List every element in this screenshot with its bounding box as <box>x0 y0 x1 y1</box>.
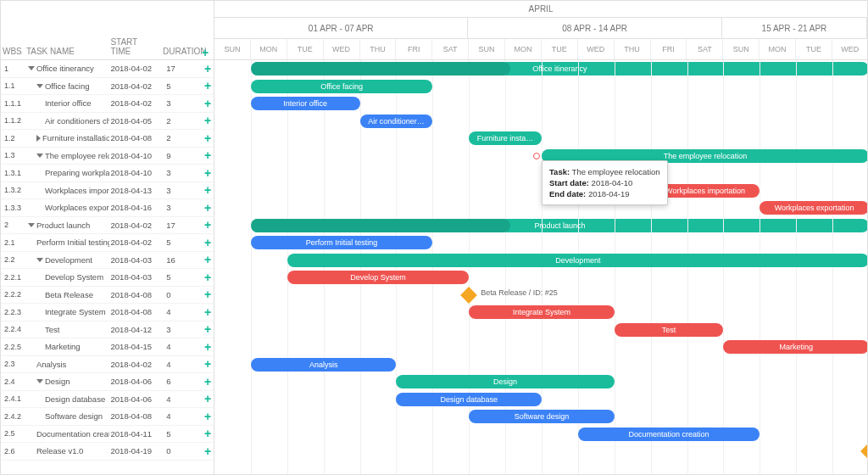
task-name: Release v1.0 <box>36 446 83 455</box>
task-name: Marketing <box>45 342 81 351</box>
add-task-icon[interactable]: + <box>204 166 211 180</box>
table-row[interactable]: 2.2.5Marketing2018-04-154+ <box>1 338 214 356</box>
table-row[interactable]: 2.4.2Software design2018-04-084+ <box>1 408 214 426</box>
gantt-bar[interactable]: Office itinerancy <box>251 62 867 75</box>
timeline[interactable]: Office itinerancyOffice facingInterior o… <box>214 60 867 474</box>
add-task-icon[interactable]: + <box>204 183 211 197</box>
add-task-icon[interactable]: + <box>204 305 211 319</box>
table-row[interactable]: 1.3The employee relocat2018-04-109+ <box>1 148 214 165</box>
table-row[interactable]: 2.2.1Develop System2018-04-035+ <box>1 269 214 287</box>
chevron-right-icon[interactable] <box>36 135 41 142</box>
gantt-bar[interactable]: Software design <box>469 410 615 423</box>
add-task-icon[interactable]: + <box>204 97 211 110</box>
day-header: SUNMONTUEWEDTHUFRISATSUNMONTUEWEDTHUFRIS… <box>214 39 867 60</box>
add-task-icon[interactable]: + <box>204 131 211 145</box>
task-name: Analysis <box>36 360 66 369</box>
gantt-bar[interactable]: Documentation creation <box>578 428 760 441</box>
table-row[interactable]: 2.2Development2018-04-0316+ <box>1 252 214 270</box>
table-row[interactable]: 2.3Analysis2018-04-024+ <box>1 356 214 374</box>
add-task-icon[interactable]: + <box>204 253 211 266</box>
add-task-icon[interactable]: + <box>204 62 211 75</box>
col-wbs: WBS <box>1 43 25 59</box>
table-row[interactable]: 2.5Documentation creat2018-04-115+ <box>1 426 214 444</box>
gantt-bar[interactable]: Interior office <box>251 97 360 110</box>
table-row[interactable]: 2.4.1Design database2018-04-064+ <box>1 391 214 409</box>
table-row[interactable]: 1Office itinerancy2018-04-0217+ <box>1 60 214 78</box>
task-name: Preparing workpla <box>45 168 109 177</box>
table-row[interactable]: 2.6Release v1.02018-04-190+ <box>1 443 214 461</box>
add-task-icon[interactable]: + <box>204 288 211 301</box>
table-row[interactable]: 1.1.2Air conditioners ch2018-04-052+ <box>1 113 214 131</box>
gantt-bar[interactable]: Design database <box>396 393 542 406</box>
task-name: Interior office <box>45 98 92 108</box>
add-task-icon[interactable]: + <box>204 114 211 127</box>
gantt-bar[interactable]: Analysis <box>251 358 397 372</box>
add-task-icon[interactable]: + <box>204 79 211 92</box>
add-task-icon[interactable]: + <box>204 375 211 388</box>
add-task-icon[interactable]: + <box>204 357 211 371</box>
month-header: APRIL <box>214 1 867 18</box>
table-row[interactable]: 1.3.1Preparing workpla2018-04-103+ <box>1 165 214 182</box>
task-name: The employee relocat <box>45 151 109 160</box>
gantt-bar[interactable]: Design <box>396 375 614 388</box>
table-row[interactable]: 1.2Furniture installation2018-04-082+ <box>1 130 214 148</box>
add-task-icon[interactable]: + <box>204 444 211 458</box>
table-row[interactable]: 1.3.2Workplaces import2018-04-133+ <box>1 182 214 200</box>
gantt-bar[interactable]: Furniture insta… <box>469 131 542 145</box>
table-row[interactable]: 2Product launch2018-04-0217+ <box>1 217 214 235</box>
col-start: START TIME <box>108 34 161 59</box>
task-name: Perform Initial testing <box>36 238 109 247</box>
gantt-bar[interactable]: Development <box>287 254 867 267</box>
chevron-down-icon[interactable] <box>36 258 43 262</box>
table-row[interactable]: 2.1Perform Initial testing2018-04-025+ <box>1 234 214 252</box>
add-task-icon[interactable]: + <box>204 218 211 232</box>
milestone-icon[interactable] <box>460 287 477 304</box>
add-task-icon[interactable]: + <box>204 271 211 284</box>
table-row[interactable]: 1.1.1Interior office2018-04-023+ <box>1 95 214 113</box>
add-task-icon[interactable]: + <box>204 322 211 336</box>
chevron-down-icon[interactable] <box>36 379 43 383</box>
task-name: Beta Release <box>45 290 93 299</box>
task-name: Workplaces export <box>45 203 109 212</box>
table-row[interactable]: 1.1Office facing2018-04-025+ <box>1 78 214 96</box>
gantt-bar[interactable]: Product launch <box>251 219 867 232</box>
gantt-bar[interactable]: Workplaces exportation <box>760 201 867 215</box>
add-task-icon[interactable]: + <box>204 427 211 440</box>
add-task-icon[interactable]: + <box>204 236 211 249</box>
task-name: Air conditioners ch <box>45 116 109 126</box>
task-name: Office itinerancy <box>36 64 94 73</box>
add-task-icon[interactable]: + <box>204 392 211 405</box>
milestone-label: Beta Release / ID: #25 <box>481 288 558 297</box>
add-column-icon[interactable]: + <box>202 46 209 59</box>
chevron-down-icon[interactable] <box>28 223 35 227</box>
table-row[interactable]: 1.3.3Workplaces export2018-04-163+ <box>1 199 214 217</box>
gantt-bar[interactable]: Perform Initial testing <box>251 236 432 249</box>
gantt-bar[interactable]: Air conditioner… <box>360 115 433 128</box>
task-name: Product launch <box>36 221 90 230</box>
table-row[interactable]: 2.2.4Test2018-04-123+ <box>1 321 214 339</box>
add-task-icon[interactable]: + <box>204 410 211 423</box>
add-task-icon[interactable]: + <box>204 340 211 354</box>
chevron-down-icon[interactable] <box>36 84 43 88</box>
gantt-bar[interactable]: Develop System <box>287 271 469 284</box>
table-row[interactable]: 2.2.3Integrate System2018-04-084+ <box>1 304 214 321</box>
milestone-icon[interactable] <box>860 443 867 460</box>
task-name: Software design <box>45 411 103 421</box>
gantt-bar[interactable]: Marketing <box>723 340 867 354</box>
table-row[interactable]: 2.4Design2018-04-066+ <box>1 373 214 391</box>
gantt-bar[interactable]: Test <box>615 323 724 337</box>
chevron-down-icon[interactable] <box>36 154 43 158</box>
add-task-icon[interactable]: + <box>204 148 211 162</box>
gantt-bar[interactable]: Office facing <box>251 80 432 93</box>
table-row[interactable]: 2.2.2Beta Release2018-04-080+ <box>1 287 214 305</box>
gantt-bar[interactable]: Integrate System <box>469 305 615 319</box>
grid-rows: 1Office itinerancy2018-04-0217+1.1Office… <box>1 60 214 474</box>
grid-header: WBS TASK NAME START TIME DURATION + <box>1 1 214 60</box>
chevron-down-icon[interactable] <box>28 66 35 70</box>
task-name: Design <box>45 377 70 386</box>
task-name: Office facing <box>45 81 90 91</box>
add-task-icon[interactable]: + <box>204 201 211 215</box>
week-header: 01 APR - 07 APR08 APR - 14 APR15 APR - 2… <box>214 18 867 39</box>
handle-icon[interactable] <box>533 153 540 159</box>
col-dur: DURATION <box>161 43 202 59</box>
